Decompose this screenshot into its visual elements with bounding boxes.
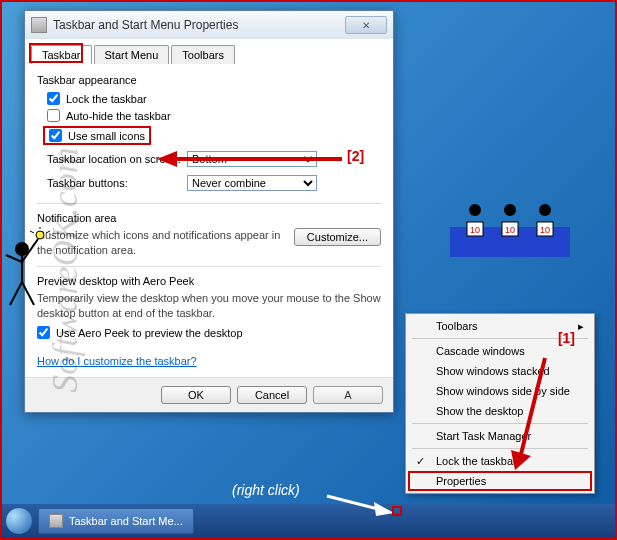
location-label: Taskbar location on screen: — [47, 153, 187, 165]
peek-checkbox[interactable] — [37, 326, 50, 339]
lock-taskbar-label: Lock the taskbar — [66, 93, 147, 105]
window-title: Taskbar and Start Menu Properties — [53, 18, 345, 32]
help-link[interactable]: How do I customize the taskbar? — [37, 355, 197, 367]
svg-rect-16 — [450, 227, 570, 257]
lock-taskbar-row[interactable]: Lock the taskbar — [37, 90, 381, 107]
cm-cascade[interactable]: Cascade windows — [408, 341, 592, 361]
notification-desc: Customize which icons and notifications … — [37, 228, 286, 258]
autohide-label: Auto-hide the taskbar — [66, 110, 171, 122]
svg-rect-24 — [537, 222, 553, 236]
tab-startmenu[interactable]: Start Menu — [94, 45, 170, 64]
tab-toolbars[interactable]: Toolbars — [171, 45, 235, 64]
taskbar-item-icon — [49, 514, 63, 528]
tab-strip: Taskbar Start Menu Toolbars — [25, 39, 393, 64]
cm-properties[interactable]: Properties — [408, 471, 592, 491]
svg-rect-21 — [502, 222, 518, 236]
close-button[interactable]: ✕ — [345, 16, 387, 34]
cm-toolbars[interactable]: Toolbars — [408, 316, 592, 336]
window-icon — [31, 17, 47, 33]
peek-label: Preview desktop with Aero Peek — [37, 275, 381, 287]
peek-desc: Temporarily view the desktop when you mo… — [37, 291, 381, 321]
appearance-label: Taskbar appearance — [37, 74, 381, 86]
svg-point-17 — [469, 204, 481, 216]
svg-text:10: 10 — [470, 225, 480, 235]
svg-point-20 — [504, 204, 516, 216]
taskbar[interactable]: Taskbar and Start Me... — [2, 504, 615, 538]
tab-body: Taskbar appearance Lock the taskbar Auto… — [25, 63, 393, 377]
cm-stacked[interactable]: Show windows stacked — [408, 361, 592, 381]
taskbar-properties-dialog: Taskbar and Start Menu Properties ✕ Task… — [24, 10, 394, 413]
judges-icon: 10 10 10 — [445, 192, 575, 262]
small-icons-checkbox[interactable] — [49, 129, 62, 142]
autohide-checkbox[interactable] — [47, 109, 60, 122]
svg-point-23 — [539, 204, 551, 216]
buttons-select[interactable]: Never combine — [187, 175, 317, 191]
cm-showdesktop[interactable]: Show the desktop — [408, 401, 592, 421]
location-row: Taskbar location on screen: Bottom — [37, 147, 381, 171]
taskbar-context-menu: Toolbars Cascade windows Show windows st… — [405, 313, 595, 494]
svg-line-8 — [6, 255, 22, 262]
tab-taskbar[interactable]: Taskbar — [31, 45, 92, 64]
peek-row[interactable]: Use Aero Peek to preview the desktop — [37, 324, 381, 341]
location-select[interactable]: Bottom — [187, 151, 317, 167]
lock-taskbar-checkbox[interactable] — [47, 92, 60, 105]
svg-text:10: 10 — [540, 225, 550, 235]
svg-line-10 — [10, 282, 22, 305]
right-click-label: (right click) — [232, 482, 300, 498]
svg-rect-18 — [467, 222, 483, 236]
buttons-label: Taskbar buttons: — [47, 177, 187, 189]
buttons-row: Taskbar buttons: Never combine — [37, 171, 381, 195]
small-icons-row[interactable]: Use small icons — [43, 126, 151, 145]
small-icons-label: Use small icons — [68, 130, 145, 142]
peek-check-label: Use Aero Peek to preview the desktop — [56, 327, 243, 339]
taskbar-item-label: Taskbar and Start Me... — [69, 515, 183, 527]
dialog-buttons: OK Cancel A — [25, 377, 393, 412]
autohide-row[interactable]: Auto-hide the taskbar — [37, 107, 381, 124]
svg-text:10: 10 — [505, 225, 515, 235]
notification-label: Notification area — [37, 212, 381, 224]
cm-lock[interactable]: Lock the taskbar — [408, 451, 592, 471]
taskbar-item[interactable]: Taskbar and Start Me... — [38, 508, 194, 534]
customize-button[interactable]: Customize... — [294, 228, 381, 246]
cancel-button[interactable]: Cancel — [237, 386, 307, 404]
cm-taskmgr[interactable]: Start Task Manager — [408, 426, 592, 446]
cm-sidebyside[interactable]: Show windows side by side — [408, 381, 592, 401]
titlebar[interactable]: Taskbar and Start Menu Properties ✕ — [25, 11, 393, 39]
start-button[interactable] — [6, 508, 32, 534]
ok-button[interactable]: OK — [161, 386, 231, 404]
apply-button[interactable]: A — [313, 386, 383, 404]
